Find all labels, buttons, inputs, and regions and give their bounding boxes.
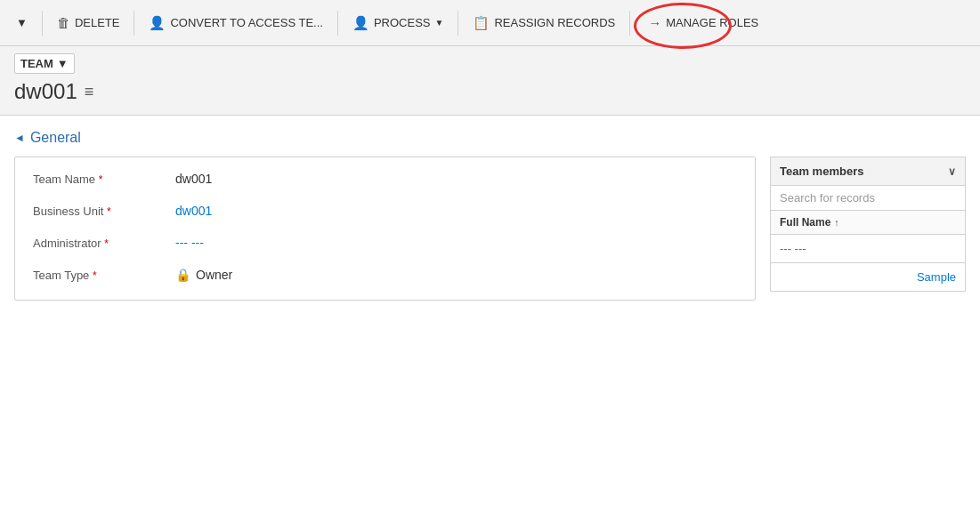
member-name-dashes: --- ---: [780, 242, 806, 255]
search-records-input[interactable]: Search for records: [770, 185, 966, 211]
team-dropdown-arrow-icon: ▼: [57, 57, 69, 70]
team-label: TEAM: [20, 57, 53, 70]
dropdown-button[interactable]: ▼: [7, 11, 36, 35]
administrator-label: Administrator *: [33, 237, 175, 250]
section-header: ◄ General: [14, 130, 966, 146]
team-name-value: dw001: [175, 172, 212, 186]
toolbar-separator-2: [134, 11, 134, 36]
delete-icon: 🗑: [57, 15, 70, 30]
team-type-value: 🔒 Owner: [175, 268, 232, 282]
team-dropdown[interactable]: TEAM ▼: [14, 53, 75, 74]
full-name-label: Full Name: [780, 216, 830, 229]
team-type-row: Team Type * 🔒 Owner: [33, 268, 737, 282]
record-name: dw001: [14, 79, 77, 104]
reassign-icon: 📋: [473, 15, 490, 31]
convert-icon: 👤: [149, 15, 166, 31]
team-name-row: Team Name * dw001: [33, 172, 737, 186]
team-members-label: Team members: [780, 165, 863, 178]
record-menu-icon[interactable]: ≡: [85, 83, 94, 101]
manage-roles-icon: →: [648, 15, 661, 30]
administrator-required: *: [104, 237, 109, 250]
team-name-required: *: [99, 173, 103, 186]
business-unit-row: Business Unit * dw001: [33, 204, 737, 218]
search-placeholder: Search for records: [780, 191, 875, 205]
toolbar-separator-3: [337, 11, 338, 36]
toolbar-separator-4: [458, 11, 458, 36]
dropdown-arrow-icon: ▼: [16, 16, 28, 29]
team-type-label: Team Type *: [33, 269, 175, 282]
toolbar: ▼ 🗑 DELETE 👤 CONVERT TO ACCESS TE... 👤 P…: [0, 0, 980, 46]
manage-roles-button[interactable]: → MANAGE ROLES: [639, 10, 767, 36]
convert-label: CONVERT TO ACCESS TE...: [170, 16, 322, 29]
process-dropdown-arrow-icon: ▼: [435, 18, 444, 28]
business-unit-value[interactable]: dw001: [175, 204, 212, 218]
sort-ascending-icon: ↑: [834, 217, 839, 228]
process-button[interactable]: 👤 PROCESS ▼: [344, 10, 452, 36]
delete-button[interactable]: 🗑 DELETE: [48, 10, 129, 36]
team-members-header: Team members ∨: [770, 157, 966, 185]
side-panel: Team members ∨ Search for records Full N…: [770, 157, 966, 301]
business-unit-required: *: [107, 205, 111, 218]
toolbar-separator-5: [629, 11, 630, 36]
section-title: General: [30, 130, 81, 146]
main-content: ◄ General Team Name * dw001 Business Uni…: [0, 116, 980, 315]
toolbar-separator-1: [42, 11, 43, 36]
process-icon: 👤: [352, 15, 369, 31]
member-row: --- ---: [770, 235, 966, 263]
lock-icon: 🔒: [175, 268, 190, 282]
convert-button[interactable]: 👤 CONVERT TO ACCESS TE...: [140, 10, 331, 36]
team-type-required: *: [93, 269, 97, 282]
sample-link[interactable]: Sample: [770, 263, 966, 292]
delete-label: DELETE: [75, 16, 120, 29]
content-row: Team Name * dw001 Business Unit * dw001 …: [14, 157, 966, 301]
manage-roles-label: MANAGE ROLES: [666, 16, 758, 29]
administrator-value[interactable]: --- ---: [175, 236, 204, 250]
business-unit-label: Business Unit *: [33, 205, 175, 218]
header-area: TEAM ▼ dw001 ≡: [0, 46, 980, 116]
process-label: PROCESS: [374, 16, 431, 29]
team-members-chevron-icon[interactable]: ∨: [948, 165, 956, 178]
administrator-row: Administrator * --- ---: [33, 236, 737, 250]
reassign-button[interactable]: 📋 REASSIGN RECORDS: [464, 10, 624, 36]
team-name-label: Team Name *: [33, 173, 175, 186]
full-name-column-header[interactable]: Full Name ↑: [770, 211, 966, 235]
reassign-label: REASSIGN RECORDS: [494, 16, 615, 29]
form-panel: Team Name * dw001 Business Unit * dw001 …: [14, 157, 756, 301]
section-collapse-icon[interactable]: ◄: [14, 132, 25, 144]
record-title-row: dw001 ≡: [14, 79, 966, 104]
